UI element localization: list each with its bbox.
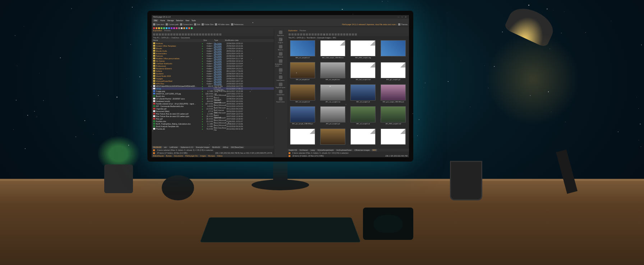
crumb-segment[interactable]: OneDrive	[171, 37, 181, 39]
thumbnail[interactable]: WIC_cr2_sample1.cr2	[288, 40, 317, 61]
menu-selection[interactable]: Selection	[176, 19, 183, 22]
mid-search-items[interactable]: Search items	[275, 97, 286, 103]
color-swatch[interactable]	[173, 27, 175, 29]
file-row[interactable]: WindowsPowerShell●<folder>File folder26/…	[152, 80, 274, 82]
mid-edit[interactable]: Edit	[275, 68, 286, 74]
toolbar-button[interactable]	[179, 33, 181, 36]
color-swatch[interactable]	[178, 27, 180, 29]
bottom-tab[interactable]: Official test images	[354, 149, 371, 151]
toolbar-button[interactable]	[190, 33, 193, 36]
file-row[interactable]: Sofiane●<folder>File folder08/11/2022 17…	[152, 70, 274, 72]
toolbar-button[interactable]	[337, 33, 340, 36]
toolbar-button[interactable]	[153, 33, 155, 36]
menu-tools[interactable]: Tools	[192, 19, 196, 22]
thumbnail[interactable]: WIC_RW2_sample1.rw2	[379, 106, 408, 127]
quick-link[interactable]: Images	[200, 155, 206, 157]
thumbnail[interactable]	[379, 40, 408, 61]
file-row[interactable]: 10.log●[.ex] Last Configuratio…01/12/202…	[152, 87, 274, 90]
color-swatch[interactable]	[168, 27, 170, 29]
right-breadcrumb[interactable]: This PCDATA (D:)Test BenchExemple Images…	[287, 36, 409, 39]
themes-button[interactable]: Themes	[398, 23, 408, 25]
crumb-segment[interactable]: This PC	[153, 37, 161, 39]
color-swatch[interactable]	[163, 27, 165, 29]
color-swatch[interactable]	[181, 27, 183, 29]
thumbnail[interactable]: WIC_heif_sample1.heif	[349, 62, 378, 83]
file-row[interactable]: WPA Files●<folder>File folder14/05/2023 …	[152, 82, 274, 85]
toolbar-button[interactable]	[349, 33, 351, 36]
mid-duplicate-pane[interactable]: Duplicate pane	[275, 82, 286, 89]
file-row[interactable]: 3-eggs.png●1.2 MB[.png] PNG File26/11/20…	[152, 90, 274, 92]
color-swatch[interactable]	[191, 27, 193, 29]
thumbnail[interactable]: WIC_nef_sample1.nef	[288, 84, 317, 105]
crumb-segment[interactable]: DATA (D:)	[161, 37, 171, 39]
toolbar-button[interactable]	[193, 33, 196, 36]
ribbon-current-item[interactable]: Current item	[180, 23, 193, 25]
file-row[interactable]: OneNote Notebooks●<folder>File folder31/…	[152, 62, 274, 65]
bottom-tab[interactable]: Delphi CE	[288, 149, 298, 151]
mid-create-item[interactable]: Create item	[275, 89, 286, 96]
toolbar-button[interactable]	[199, 33, 201, 36]
toolbar-button[interactable]	[300, 33, 302, 36]
quick-link[interactable]: Vidéos	[217, 155, 222, 157]
toolbar-button[interactable]	[176, 33, 178, 36]
toolbar-button[interactable]	[309, 33, 311, 36]
thumbnail[interactable]	[288, 129, 317, 148]
bottom-tab[interactable]: frmDuplicateFinder	[335, 149, 353, 151]
mid-move-to[interactable]: Move to	[275, 45, 286, 51]
thumbnail[interactable]	[349, 129, 378, 148]
toolbar-button[interactable]	[312, 33, 314, 36]
crumb-segment[interactable]: This PC	[289, 37, 296, 39]
bottom-tab[interactable]: WIC	[372, 149, 377, 151]
color-swatch[interactable]	[166, 27, 167, 29]
mid-open-item[interactable]: Open item	[275, 30, 286, 37]
toolbar-button[interactable]	[196, 33, 198, 36]
toolbar-button[interactable]	[208, 33, 210, 36]
thumbnail[interactable]: WIC_jp2_sample1.jp2	[379, 62, 408, 83]
bottom-tab[interactable]: win	[163, 146, 168, 148]
left-breadcrumb[interactable]: This PCDATA (D:)OneDriveDocuments	[152, 36, 274, 39]
crumb-segment[interactable]: WIC	[333, 37, 336, 39]
toolbar-button[interactable]	[289, 33, 291, 36]
file-row[interactable]: Custom Office Templates●<folder>File fol…	[152, 45, 274, 47]
toolbar-button[interactable]	[159, 33, 161, 36]
min-button[interactable]: —	[397, 16, 400, 18]
bottom-tab[interactable]: Sqliteman-1.2.2	[179, 146, 194, 148]
tab-preview[interactable]: Preview	[164, 29, 171, 33]
color-swatch[interactable]	[186, 27, 188, 29]
toolbar-button[interactable]	[165, 33, 167, 36]
crumb-segment[interactable]: Test Bench	[307, 37, 317, 39]
crumb-segment[interactable]: Documents	[181, 37, 190, 39]
menu-file[interactable]: File	[153, 19, 158, 22]
bottom-tab[interactable]: BinWin32	[152, 146, 162, 148]
toolbar-button[interactable]	[219, 33, 221, 36]
toolbar-button[interactable]	[156, 33, 158, 36]
quick-link[interactable]: FileVoyager Src	[185, 155, 198, 157]
mid-copy-to[interactable]: Copy to	[275, 37, 286, 44]
file-row[interactable]: Professional●<folder>File folder15/02/20…	[152, 65, 274, 67]
ribbon-open-item[interactable]: Open item	[153, 23, 164, 25]
toolbar-button[interactable]	[211, 33, 213, 36]
col-mod[interactable]: Modification date	[225, 39, 272, 42]
file-row[interactable]: Modèles Office personnalisés●<folder>Fil…	[152, 57, 274, 60]
file-row[interactable]: Soukaina●<folder>File folder22/06/2024 1…	[152, 72, 274, 75]
toolbar-button[interactable]	[167, 33, 170, 36]
close-button[interactable]: ✕	[404, 16, 408, 18]
file-row[interactable]: Archives●<folder>File folder22/06/2024 1…	[152, 42, 274, 45]
mid-rename[interactable]: Rename	[275, 52, 286, 58]
mid-embedded-viewer[interactable]: Embedded viewer	[275, 59, 286, 67]
thumbnail[interactable]: WIC_DNG_sample1.dng	[349, 40, 378, 61]
tab-preview[interactable]: Preview	[300, 29, 306, 33]
toolbar-button[interactable]	[340, 33, 342, 36]
toolbar-button[interactable]	[182, 33, 184, 36]
bottom-tab[interactable]: AllDup	[222, 146, 229, 148]
mid-invert-panes[interactable]: Invert panes	[275, 75, 286, 82]
quick-link[interactable]: Bibliothèques	[153, 155, 164, 157]
toolbar-button[interactable]	[291, 33, 294, 36]
thumbnail[interactable]: WIC_pcx_sample_1280×853.pcx	[288, 106, 317, 127]
color-swatch[interactable]	[176, 27, 178, 29]
file-row[interactable]: My Games●<folder>File folder12/05/2022 2…	[152, 60, 274, 62]
toolbar-button[interactable]	[297, 33, 299, 36]
file-row[interactable]: Thumbs.db●76.5 KB[.db] Data Base File29/…	[152, 127, 274, 130]
file-row[interactable]: Visual Studio 2022●<folder>File folder28…	[152, 75, 274, 77]
thumbnail[interactable]	[379, 129, 408, 148]
